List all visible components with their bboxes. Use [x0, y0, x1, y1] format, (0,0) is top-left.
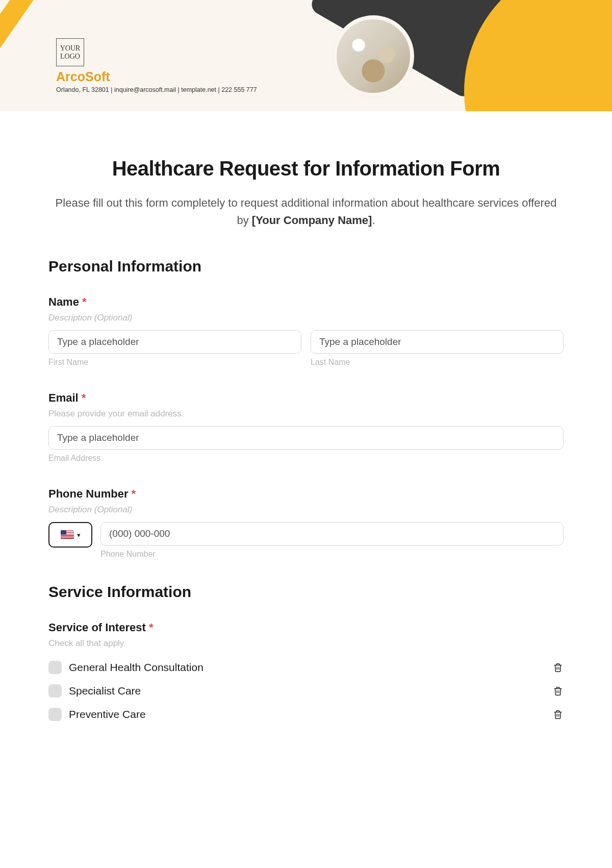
checkbox[interactable]: [48, 708, 62, 721]
field-name: Name * Description (Optional) First Name…: [48, 295, 564, 367]
section-service-heading: Service Information: [48, 583, 564, 601]
service-interest-desc: Check all that apply.: [48, 638, 564, 649]
service-options-list: General Health Consultation Specialist C…: [48, 656, 564, 726]
form-content: Healthcare Request for Information Form …: [0, 111, 612, 752]
list-item: Specialist Care: [48, 679, 564, 703]
email-sublabel: Email Address: [48, 454, 564, 463]
section-personal-heading: Personal Information: [48, 258, 564, 275]
page-title: Healthcare Request for Information Form: [48, 157, 564, 180]
name-desc: Description (Optional): [48, 313, 564, 323]
email-desc: Please provide your email address.: [48, 409, 564, 419]
field-service-interest: Service of Interest * Check all that app…: [48, 621, 564, 726]
header-banner: YOUR LOGO ArcoSoft Orlando, FL 32801 | i…: [0, 0, 612, 111]
list-item: General Health Consultation: [48, 656, 564, 679]
us-flag-icon: [61, 530, 74, 539]
last-name-input[interactable]: [311, 330, 564, 354]
trash-icon[interactable]: [552, 709, 564, 720]
name-label: Name *: [48, 295, 564, 309]
trash-icon[interactable]: [552, 662, 564, 673]
option-label: Preventive Care: [69, 708, 545, 721]
email-input[interactable]: [48, 426, 564, 450]
chevron-down-icon: ▾: [77, 531, 81, 539]
phone-label: Phone Number *: [48, 487, 564, 501]
email-label: Email *: [48, 391, 564, 405]
list-item: Preventive Care: [48, 703, 564, 726]
last-name-sublabel: Last Name: [311, 358, 564, 367]
banner-photo: [333, 15, 414, 97]
checkbox[interactable]: [48, 661, 62, 674]
phone-desc: Description (Optional): [48, 505, 564, 515]
banner-decoration: [296, 0, 612, 111]
country-code-select[interactable]: ▾: [48, 522, 92, 548]
phone-sublabel: Phone Number: [100, 550, 564, 559]
trash-icon[interactable]: [552, 685, 564, 697]
page-subtitle: Please fill out this form completely to …: [48, 194, 564, 229]
option-label: Specialist Care: [69, 685, 545, 697]
company-info: Orlando, FL 32801 | inquire@arcosoft.mai…: [56, 86, 257, 93]
checkbox[interactable]: [48, 684, 62, 698]
field-phone: Phone Number * Description (Optional) ▾ …: [48, 487, 564, 559]
service-interest-label: Service of Interest *: [48, 621, 564, 634]
logo-block: YOUR LOGO ArcoSoft Orlando, FL 32801 | i…: [56, 38, 257, 93]
first-name-sublabel: First Name: [48, 358, 301, 367]
logo-placeholder: YOUR LOGO: [56, 38, 84, 66]
phone-input[interactable]: [100, 522, 564, 545]
field-email: Email * Please provide your email addres…: [48, 391, 564, 463]
company-name: ArcoSoft: [56, 69, 257, 84]
option-label: General Health Consultation: [69, 661, 545, 674]
first-name-input[interactable]: [48, 330, 301, 354]
